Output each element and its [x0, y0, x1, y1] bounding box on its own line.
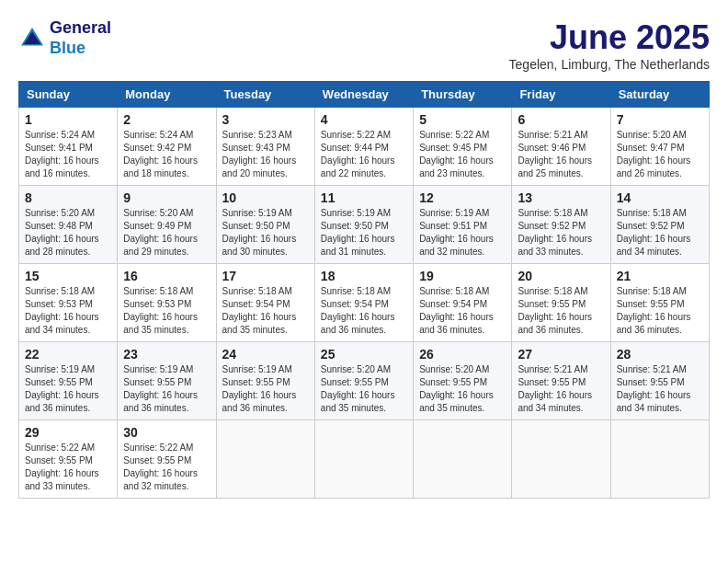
day-of-week-header: Wednesday: [314, 82, 413, 108]
calendar-cell: 6Sunrise: 5:21 AM Sunset: 9:46 PM Daylig…: [512, 108, 610, 186]
calendar-cell: 11Sunrise: 5:19 AM Sunset: 9:50 PM Dayli…: [314, 186, 413, 264]
day-number: 28: [617, 347, 703, 362]
day-number: 21: [617, 269, 703, 283]
day-info: Sunrise: 5:20 AM Sunset: 9:55 PM Dayligh…: [321, 363, 407, 415]
day-info: Sunrise: 5:21 AM Sunset: 9:55 PM Dayligh…: [518, 363, 604, 415]
calendar-cell: 7Sunrise: 5:20 AM Sunset: 9:47 PM Daylig…: [610, 108, 709, 186]
day-number: 4: [321, 112, 407, 127]
day-number: 22: [25, 347, 111, 362]
day-info: Sunrise: 5:20 AM Sunset: 9:48 PM Dayligh…: [25, 207, 111, 259]
day-info: Sunrise: 5:18 AM Sunset: 9:55 PM Dayligh…: [518, 285, 604, 337]
day-of-week-header: Tuesday: [216, 82, 314, 108]
calendar-cell: 10Sunrise: 5:19 AM Sunset: 9:50 PM Dayli…: [216, 186, 314, 264]
logo-line2: Blue: [50, 39, 111, 59]
calendar-cell: 19Sunrise: 5:18 AM Sunset: 9:54 PM Dayli…: [414, 264, 512, 342]
calendar-cell: 27Sunrise: 5:21 AM Sunset: 9:55 PM Dayli…: [512, 342, 610, 420]
calendar-row: 8Sunrise: 5:20 AM Sunset: 9:48 PM Daylig…: [19, 186, 710, 264]
logo-line1: General: [50, 18, 111, 39]
day-info: Sunrise: 5:18 AM Sunset: 9:53 PM Dayligh…: [25, 285, 111, 337]
day-number: 18: [321, 269, 407, 283]
day-info: Sunrise: 5:19 AM Sunset: 9:51 PM Dayligh…: [419, 207, 506, 259]
calendar-cell: [216, 420, 314, 499]
day-of-week-header: Sunday: [19, 82, 118, 108]
day-number: 30: [123, 425, 210, 440]
day-info: Sunrise: 5:23 AM Sunset: 9:43 PM Dayligh…: [222, 129, 309, 180]
day-info: Sunrise: 5:18 AM Sunset: 9:54 PM Dayligh…: [321, 285, 407, 337]
day-info: Sunrise: 5:20 AM Sunset: 9:47 PM Dayligh…: [617, 129, 703, 180]
day-number: 11: [321, 190, 407, 205]
calendar-cell: 16Sunrise: 5:18 AM Sunset: 9:53 PM Dayli…: [118, 264, 216, 342]
day-info: Sunrise: 5:19 AM Sunset: 9:50 PM Dayligh…: [222, 207, 309, 259]
calendar-cell: 30Sunrise: 5:22 AM Sunset: 9:55 PM Dayli…: [118, 420, 216, 499]
day-of-week-header: Friday: [512, 82, 610, 108]
calendar-cell: 17Sunrise: 5:18 AM Sunset: 9:54 PM Dayli…: [216, 264, 314, 342]
page-header: General Blue June 2025 Tegelen, Limburg,…: [18, 18, 710, 72]
calendar-row: 22Sunrise: 5:19 AM Sunset: 9:55 PM Dayli…: [19, 342, 710, 420]
calendar-row: 1Sunrise: 5:24 AM Sunset: 9:41 PM Daylig…: [19, 108, 710, 186]
day-of-week-header: Saturday: [610, 82, 709, 108]
day-number: 15: [25, 269, 111, 283]
calendar-cell: 23Sunrise: 5:19 AM Sunset: 9:55 PM Dayli…: [118, 342, 216, 420]
day-info: Sunrise: 5:20 AM Sunset: 9:49 PM Dayligh…: [123, 207, 210, 259]
day-number: 1: [25, 112, 111, 127]
calendar-row: 15Sunrise: 5:18 AM Sunset: 9:53 PM Dayli…: [19, 264, 710, 342]
day-number: 29: [25, 425, 111, 440]
day-info: Sunrise: 5:19 AM Sunset: 9:55 PM Dayligh…: [222, 363, 309, 415]
day-number: 19: [419, 269, 506, 283]
logo: General Blue: [18, 18, 111, 58]
day-info: Sunrise: 5:22 AM Sunset: 9:44 PM Dayligh…: [321, 129, 407, 180]
day-number: 7: [617, 112, 703, 127]
calendar-cell: 29Sunrise: 5:22 AM Sunset: 9:55 PM Dayli…: [19, 420, 118, 499]
day-info: Sunrise: 5:20 AM Sunset: 9:55 PM Dayligh…: [419, 363, 506, 415]
calendar-cell: [610, 420, 709, 499]
calendar-cell: 4Sunrise: 5:22 AM Sunset: 9:44 PM Daylig…: [314, 108, 413, 186]
day-number: 27: [518, 347, 604, 362]
day-number: 17: [222, 269, 309, 283]
calendar-cell: 25Sunrise: 5:20 AM Sunset: 9:55 PM Dayli…: [314, 342, 413, 420]
day-number: 12: [419, 190, 506, 205]
day-number: 3: [222, 112, 309, 127]
day-number: 6: [518, 112, 604, 127]
month-title: June 2025: [509, 18, 710, 57]
calendar-cell: [314, 420, 413, 499]
calendar-cell: 8Sunrise: 5:20 AM Sunset: 9:48 PM Daylig…: [19, 186, 118, 264]
calendar-cell: 15Sunrise: 5:18 AM Sunset: 9:53 PM Dayli…: [19, 264, 118, 342]
calendar-cell: 12Sunrise: 5:19 AM Sunset: 9:51 PM Dayli…: [414, 186, 512, 264]
day-number: 2: [123, 112, 210, 127]
calendar-cell: 13Sunrise: 5:18 AM Sunset: 9:52 PM Dayli…: [512, 186, 610, 264]
day-number: 16: [123, 269, 210, 283]
day-info: Sunrise: 5:22 AM Sunset: 9:55 PM Dayligh…: [123, 442, 210, 493]
day-number: 9: [123, 190, 210, 205]
day-info: Sunrise: 5:19 AM Sunset: 9:55 PM Dayligh…: [123, 363, 210, 415]
day-info: Sunrise: 5:18 AM Sunset: 9:55 PM Dayligh…: [617, 285, 703, 337]
calendar-cell: 24Sunrise: 5:19 AM Sunset: 9:55 PM Dayli…: [216, 342, 314, 420]
calendar-row: 29Sunrise: 5:22 AM Sunset: 9:55 PM Dayli…: [19, 420, 710, 499]
calendar-cell: 22Sunrise: 5:19 AM Sunset: 9:55 PM Dayli…: [19, 342, 118, 420]
calendar-cell: [512, 420, 610, 499]
day-info: Sunrise: 5:18 AM Sunset: 9:52 PM Dayligh…: [518, 207, 604, 259]
day-number: 20: [518, 269, 604, 283]
calendar-cell: [414, 420, 512, 499]
calendar-cell: 21Sunrise: 5:18 AM Sunset: 9:55 PM Dayli…: [610, 264, 709, 342]
day-info: Sunrise: 5:19 AM Sunset: 9:55 PM Dayligh…: [25, 363, 111, 415]
calendar-cell: 18Sunrise: 5:18 AM Sunset: 9:54 PM Dayli…: [314, 264, 413, 342]
title-block: June 2025 Tegelen, Limburg, The Netherla…: [509, 18, 710, 72]
day-number: 13: [518, 190, 604, 205]
calendar-cell: 28Sunrise: 5:21 AM Sunset: 9:55 PM Dayli…: [610, 342, 709, 420]
day-info: Sunrise: 5:18 AM Sunset: 9:52 PM Dayligh…: [617, 207, 703, 259]
day-of-week-header: Monday: [118, 82, 216, 108]
day-info: Sunrise: 5:22 AM Sunset: 9:45 PM Dayligh…: [419, 129, 506, 180]
day-info: Sunrise: 5:24 AM Sunset: 9:41 PM Dayligh…: [25, 129, 111, 180]
calendar-cell: 2Sunrise: 5:24 AM Sunset: 9:42 PM Daylig…: [118, 108, 216, 186]
day-number: 25: [321, 347, 407, 362]
calendar-cell: 5Sunrise: 5:22 AM Sunset: 9:45 PM Daylig…: [414, 108, 512, 186]
day-number: 14: [617, 190, 703, 205]
calendar-cell: 26Sunrise: 5:20 AM Sunset: 9:55 PM Dayli…: [414, 342, 512, 420]
day-info: Sunrise: 5:24 AM Sunset: 9:42 PM Dayligh…: [123, 129, 210, 180]
day-number: 23: [123, 347, 210, 362]
day-info: Sunrise: 5:18 AM Sunset: 9:54 PM Dayligh…: [222, 285, 309, 337]
calendar-cell: 20Sunrise: 5:18 AM Sunset: 9:55 PM Dayli…: [512, 264, 610, 342]
day-info: Sunrise: 5:21 AM Sunset: 9:46 PM Dayligh…: [518, 129, 604, 180]
calendar-cell: 14Sunrise: 5:18 AM Sunset: 9:52 PM Dayli…: [610, 186, 709, 264]
day-info: Sunrise: 5:18 AM Sunset: 9:53 PM Dayligh…: [123, 285, 210, 337]
